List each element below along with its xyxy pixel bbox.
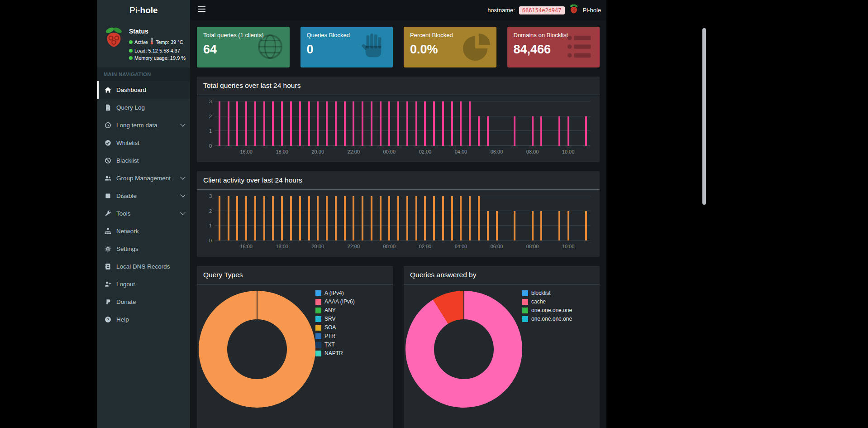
sidebar-item-label: Query Log: [116, 104, 145, 111]
sidebar-item-group-management[interactable]: Group Management: [97, 169, 190, 187]
legend-item-blocklist[interactable]: blocklist: [522, 290, 572, 296]
x-axis-tick-label: 02:00: [419, 244, 432, 249]
bar-plot-area: 0123: [215, 101, 591, 146]
bar: [397, 101, 399, 146]
x-axis-tick-label: 08:00: [526, 244, 539, 249]
sidebar-toggle-button[interactable]: [198, 6, 205, 13]
summary-card-percent-blocked: Percent Blocked0.0%: [404, 27, 496, 67]
sidebar-item-tools[interactable]: Tools: [97, 205, 190, 222]
x-axis-tick-label: 06:00: [491, 244, 503, 249]
sitemap-icon: [104, 228, 112, 235]
status-active-label: Active: [134, 38, 148, 46]
bar: [254, 196, 256, 240]
bar: [460, 101, 462, 146]
sidebar-item-long-term-data[interactable]: Long term data: [97, 116, 190, 134]
legend-item-ptr[interactable]: PTR: [315, 333, 355, 339]
total-queries-chart-panel: Total queries over last 24 hours 012316:…: [197, 77, 600, 162]
sidebar-item-label: Long term data: [116, 122, 157, 129]
chart-legend: A (IPv4)AAAA (IPv6)ANYSRVSOAPTRTXTNAPTR: [315, 290, 355, 359]
sidebar-item-label: Local DNS Records: [116, 263, 170, 270]
bar: [585, 116, 587, 146]
status-temperature: Temp: 39 °C: [156, 38, 183, 46]
total-queries-bar-chart[interactable]: 012316:0018:0020:0022:0000:0002:0004:000…: [203, 100, 593, 159]
gridline: [215, 130, 591, 131]
bar: [263, 101, 265, 146]
bar: [290, 101, 292, 146]
status-load-dot: [129, 49, 133, 53]
legend-label: A (IPv4): [324, 290, 344, 296]
sidebar-item-label: Dashboard: [116, 87, 146, 93]
bar: [424, 196, 426, 240]
bar: [540, 116, 542, 146]
sidebar-item-logout[interactable]: Logout: [97, 275, 190, 293]
scrollbar-thumb[interactable]: [702, 28, 706, 205]
legend-color-swatch: [315, 351, 321, 356]
sidebar-item-settings[interactable]: Settings: [97, 240, 190, 258]
doughnut-chart[interactable]: [199, 291, 315, 408]
legend-item-soa[interactable]: SOA: [315, 324, 355, 331]
sidebar-item-disable[interactable]: Disable: [97, 187, 190, 205]
bar: [460, 196, 462, 240]
app-logo[interactable]: Pi-hole: [97, 0, 190, 20]
bar: [568, 211, 569, 240]
legend-label: SRV: [324, 316, 335, 322]
x-axis-tick-label: 18:00: [276, 244, 288, 249]
gear-icon: [104, 245, 112, 252]
sidebar-item-donate[interactable]: Donate: [97, 293, 190, 311]
legend-item-txt[interactable]: TXT: [315, 341, 355, 348]
main-content: Total queries (1 clients)64Queries Block…: [190, 20, 606, 428]
sidebar-item-label: Group Management: [116, 175, 171, 182]
bar: [299, 101, 301, 146]
status-memory: Memory usage: 19.9 %: [134, 54, 186, 62]
legend-item-srv[interactable]: SRV: [315, 316, 355, 322]
pihole-raspberry-icon: [569, 4, 579, 17]
legend-item-any[interactable]: ANY: [315, 307, 355, 313]
queries-answered-by-doughnut-area: blocklistcacheone.one.one.oneone.one.one…: [404, 284, 600, 411]
bar: [388, 196, 390, 240]
sidebar-item-label: Logout: [116, 281, 135, 288]
bar: [353, 101, 354, 146]
bar: [415, 101, 417, 146]
panel-title-client-activity: Client activity over last 24 hours: [197, 171, 600, 190]
bar: [245, 196, 247, 240]
y-axis-tick-label: 0: [204, 238, 212, 243]
pie-icon: [463, 33, 491, 63]
gridline: [215, 116, 591, 116]
sidebar-item-label: Tools: [116, 210, 131, 217]
legend-color-swatch: [315, 308, 321, 313]
bar: [380, 196, 382, 240]
legend-label: blocklist: [531, 290, 551, 296]
legend-item-one-one-one-one[interactable]: one.one.one.one: [522, 316, 572, 322]
sidebar-item-query-log[interactable]: Query Log: [97, 99, 190, 116]
client-activity-bar-chart[interactable]: 012316:0018:0020:0022:0000:0002:0004:000…: [203, 194, 593, 253]
x-axis-tick-label: 02:00: [419, 149, 432, 154]
sidebar: Status Active Temp: 39 °C Load: 5.12 5.5…: [97, 20, 190, 428]
panel-title-queries-answered-by: Queries answered by: [404, 266, 600, 284]
file-icon: [104, 104, 112, 111]
bar: [228, 196, 229, 240]
sidebar-menu: DashboardQuery LogLong term dataWhitelis…: [97, 81, 190, 328]
bar: [317, 101, 319, 146]
legend-label: PTR: [324, 333, 335, 339]
gridline: [215, 211, 591, 211]
legend-item-naptr[interactable]: NAPTR: [315, 350, 355, 356]
sidebar-item-dashboard[interactable]: Dashboard: [97, 81, 190, 99]
sidebar-item-help[interactable]: ?Help: [97, 311, 190, 328]
legend-label: SOA: [324, 324, 336, 331]
legend-item-a-ipv4[interactable]: A (IPv4): [315, 290, 355, 296]
legend-label: NAPTR: [324, 350, 343, 356]
bar: [308, 196, 310, 240]
legend-item-one-one-one-one[interactable]: one.one.one.one: [522, 307, 572, 313]
legend-color-swatch: [315, 299, 321, 305]
legend-item-cache[interactable]: cache: [522, 298, 572, 305]
bar: [406, 196, 408, 240]
sidebar-item-whitelist[interactable]: Whitelist: [97, 134, 190, 152]
sidebar-item-local-dns-records[interactable]: Local DNS Records: [97, 258, 190, 275]
x-axis-labels: 16:0018:0020:0022:0000:0002:0004:0006:00…: [215, 149, 591, 156]
sidebar-item-blacklist[interactable]: Blacklist: [97, 152, 190, 169]
legend-item-aaaa-ipv6[interactable]: AAAA (IPv6): [315, 298, 355, 305]
sidebar-item-network[interactable]: Network: [97, 222, 190, 240]
gridline: [215, 225, 591, 226]
doughnut-chart[interactable]: [405, 291, 522, 408]
list-icon: [566, 33, 594, 63]
